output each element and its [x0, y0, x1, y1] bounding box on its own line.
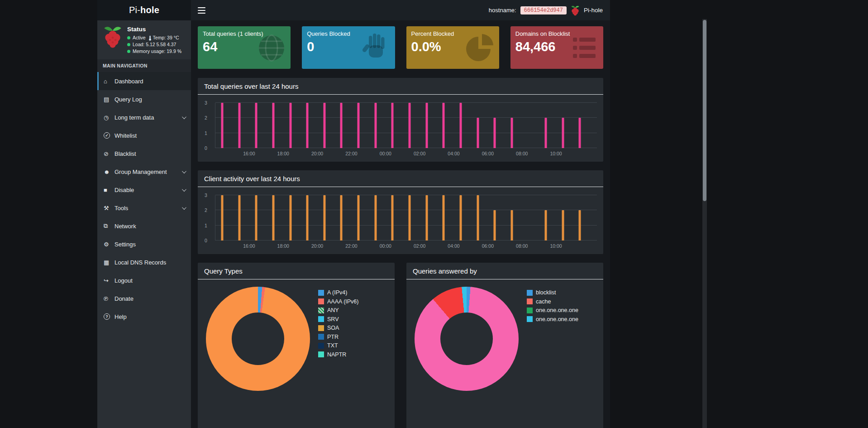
x-axis-tick-label: 22:00	[345, 243, 357, 249]
legend-label: ANY	[327, 307, 339, 313]
x-axis-tick-label: 04:00	[448, 151, 459, 156]
chart-bar[interactable]	[358, 195, 360, 240]
chart-bar[interactable]	[289, 195, 291, 240]
chart-bar[interactable]	[562, 210, 564, 240]
chart-bar[interactable]	[306, 103, 309, 148]
chart-bar[interactable]	[425, 195, 428, 240]
sidebar-item-group-management[interactable]: ☻ Group Management	[97, 163, 191, 181]
chart-bar[interactable]	[579, 118, 581, 148]
status-dot-icon	[127, 43, 130, 46]
legend-label: blocklist	[536, 289, 556, 296]
chart-bar[interactable]	[443, 195, 445, 240]
status-text: Load: 5.12 5.58 4.37	[133, 41, 176, 48]
chart-bar[interactable]	[272, 103, 274, 148]
chart-bar[interactable]	[459, 195, 462, 240]
chart-bar[interactable]	[494, 118, 496, 148]
y-axis-tick-label: 2	[205, 115, 207, 120]
chart-bar[interactable]	[477, 118, 479, 148]
sidebar-item-network[interactable]: ⧉ Network	[97, 217, 191, 235]
file-lines-icon: ▤	[104, 96, 114, 103]
chart-bar[interactable]	[391, 103, 394, 148]
legend-item-naptr[interactable]: NAPTR	[318, 351, 358, 358]
sidebar-item-disable[interactable]: ■ Disable	[97, 181, 191, 199]
legend-swatch	[318, 298, 324, 304]
sidebar-item-logout[interactable]: ↪ Logout	[97, 271, 191, 289]
chart-bar[interactable]	[494, 210, 496, 240]
chart-bar[interactable]	[238, 195, 240, 240]
chart-bar[interactable]	[545, 210, 547, 240]
legend-item-cache[interactable]: cache	[527, 298, 578, 305]
queries-answered-by-donut-chart[interactable]	[415, 287, 519, 391]
chart-bar[interactable]	[306, 195, 309, 240]
chart-bar[interactable]	[221, 195, 224, 240]
sidebar-item-tools[interactable]: ⚒ Tools	[97, 199, 191, 217]
app-logo[interactable]: Pi-hole	[97, 0, 191, 20]
bar-chart-plot: 0123	[215, 195, 597, 240]
chart-bar[interactable]	[510, 118, 513, 148]
chart-bar[interactable]	[272, 195, 274, 240]
panel-client-activity: Client activity over last 24 hours 01231…	[198, 170, 603, 254]
legend-item-any[interactable]: ANY	[318, 307, 358, 313]
legend-item-aaaa-ipv6[interactable]: AAAA (IPv6)	[318, 298, 358, 305]
card-title: Queries Blocked	[302, 26, 395, 37]
chart-bar[interactable]	[221, 103, 224, 148]
chart-bar[interactable]	[443, 103, 445, 148]
top-navbar: Pi-hole hostname: 666154e2d947 Pi-hole	[97, 0, 610, 20]
chart-bar[interactable]	[425, 103, 428, 148]
chart-bar[interactable]	[323, 195, 325, 240]
legend-item-one-one-one-one[interactable]: one.one.one.one	[527, 316, 578, 322]
chart-bar[interactable]	[562, 118, 564, 148]
legend-item-blocklist[interactable]: blocklist	[527, 289, 578, 296]
sidebar-item-donate[interactable]: ℗ Donate	[97, 289, 191, 308]
sidebar-item-query-log[interactable]: ▤ Query Log	[97, 90, 191, 108]
chart-bar[interactable]	[459, 103, 462, 148]
sidebar-item-dashboard[interactable]: ⌂ Dashboard	[97, 72, 191, 90]
query-types-donut-chart[interactable]	[206, 287, 310, 391]
sidebar-item-blacklist[interactable]: ⊘ Blacklist	[97, 144, 191, 163]
chart-bar[interactable]	[255, 195, 258, 240]
status-panel: Status ActiveTemp: 39 °CLoad: 5.12 5.58 …	[97, 20, 191, 59]
chart-bar[interactable]	[579, 210, 581, 240]
legend-item-one-one-one-one[interactable]: one.one.one.one	[527, 307, 578, 313]
sidebar-item-long-term-data[interactable]: ◷ Long term data	[97, 108, 191, 126]
chart-bar[interactable]	[545, 118, 547, 148]
card-title: Domains on Blocklist	[510, 26, 603, 37]
chart-bar[interactable]	[289, 103, 291, 148]
panel-query-types: Query Types A (IPv4)AAAA (IPv6)ANYSRVSOA…	[198, 263, 395, 428]
chart-bar[interactable]	[510, 210, 513, 240]
legend-item-ptr[interactable]: PTR	[318, 334, 358, 340]
chart-bar[interactable]	[374, 103, 377, 148]
x-axis-tick-label: 02:00	[414, 151, 425, 156]
x-axis: 16:0018:0020:0022:0000:0002:0004:0006:00…	[215, 148, 597, 157]
chart-bar[interactable]	[409, 195, 411, 240]
sidebar-item-local-dns-records[interactable]: ▦ Local DNS Records	[97, 253, 191, 271]
chart-bar[interactable]	[340, 195, 343, 240]
legend-item-txt[interactable]: TXT	[318, 342, 358, 349]
scrollbar[interactable]	[702, 19, 707, 428]
scrollbar-thumb[interactable]	[703, 20, 706, 201]
chart-bar[interactable]	[358, 103, 360, 148]
legend-swatch	[318, 290, 324, 296]
chart-bar[interactable]	[340, 103, 343, 148]
status-title: Status	[127, 26, 181, 33]
chart-bar[interactable]	[255, 103, 258, 148]
legend-item-srv[interactable]: SRV	[318, 316, 358, 322]
sidebar-toggle-button[interactable]	[191, 0, 212, 20]
sidebar-item-help[interactable]: ? Help	[97, 308, 191, 326]
chart-bar[interactable]	[238, 103, 240, 148]
chart-bar[interactable]	[477, 195, 479, 240]
legend-label: A (IPv4)	[327, 289, 347, 296]
chart-bar[interactable]	[374, 195, 377, 240]
nav-section-header: MAIN NAVIGATION	[97, 59, 191, 72]
sidebar-item-label: Query Log	[114, 96, 142, 103]
chart-bar[interactable]	[409, 103, 411, 148]
panel-total-queries: Total queries over last 24 hours 012316:…	[198, 78, 603, 162]
x-axis-tick-label: 18:00	[277, 151, 289, 156]
legend-item-soa[interactable]: SOA	[318, 325, 358, 331]
sidebar-item-settings[interactable]: ⚙ Settings	[97, 235, 191, 253]
legend-item-a-ipv4[interactable]: A (IPv4)	[318, 289, 358, 296]
chart-bar[interactable]	[323, 103, 325, 148]
bar-chart-plot: 0123	[215, 103, 597, 148]
chart-bar[interactable]	[391, 195, 394, 240]
sidebar-item-whitelist[interactable]: ✓ Whitelist	[97, 126, 191, 144]
